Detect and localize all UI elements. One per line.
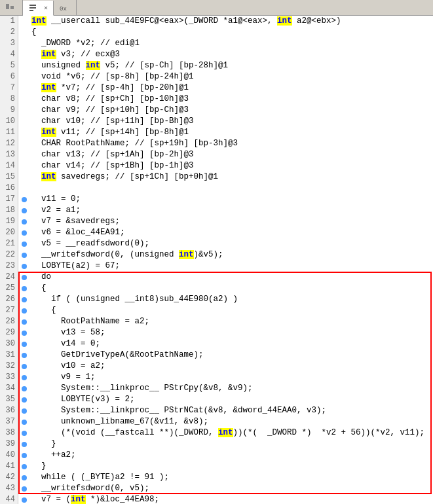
line-number: 40 (3, 450, 15, 461)
code-content[interactable]: int __usercall sub_44E9FC@<eax>(_DWORD *… (18, 16, 433, 504)
line-number: 20 (3, 227, 15, 238)
breakpoint-dot[interactable] (18, 253, 30, 258)
code-line: unknown_libname_67(&v11, &v8); (18, 416, 433, 427)
dot-indicator (22, 486, 27, 492)
line-text: void *v6; // [sp-8h] [bp-24h]@1 (30, 71, 433, 82)
code-line: _DWORD *v2; // edi@1 (18, 38, 433, 49)
breakpoint-dot[interactable] (18, 353, 30, 358)
dot-indicator (22, 397, 27, 403)
breakpoint-dot[interactable] (18, 408, 30, 414)
line-numbers: 1234567891011121314151617181920212223242… (0, 16, 18, 504)
hex-icon: 0x (59, 3, 68, 12)
line-text: v10 = a2; (30, 361, 433, 372)
line-number: 28 (3, 316, 15, 327)
code-line: v7 = (int *)&loc_44EA98; (18, 494, 433, 504)
code-line: LOBYTE(a2) = 67; (18, 261, 433, 272)
line-text: v2 = a1; (30, 205, 433, 216)
breakpoint-dot[interactable] (18, 264, 30, 269)
line-number: 39 (3, 439, 15, 450)
line-text: v6 = &loc_44EA91; (30, 227, 433, 238)
breakpoint-dot[interactable] (18, 442, 30, 447)
dot-indicator (22, 375, 27, 380)
line-number: 24 (3, 272, 15, 283)
tab-pseudocode-a[interactable]: ✕ (23, 1, 54, 16)
line-text: System::__linkproc__ PStrCpy(&v8, &v9); (30, 383, 433, 394)
dot-indicator (22, 475, 27, 480)
breakpoint-dot[interactable] (18, 308, 30, 314)
line-number: 18 (3, 205, 15, 216)
breakpoint-dot[interactable] (18, 331, 30, 336)
line-number: 16 (3, 183, 15, 194)
dot-indicator (22, 408, 27, 414)
code-line: char v13; // [sp+1Ah] [bp-2h]@3 (18, 149, 433, 160)
line-number: 10 (3, 116, 15, 127)
line-number: 27 (3, 305, 15, 316)
svg-rect-2 (29, 5, 36, 6)
breakpoint-dot[interactable] (18, 397, 30, 403)
line-text: CHAR RootPathName; // [sp+19h] [bp-3h]@3 (30, 138, 433, 149)
line-text (30, 183, 433, 194)
breakpoint-dot[interactable] (18, 297, 30, 302)
line-text: char v14; // [sp+1Bh] [bp-1h]@3 (30, 160, 433, 171)
breakpoint-dot[interactable] (18, 208, 30, 213)
breakpoint-dot[interactable] (18, 242, 30, 247)
dot-indicator (22, 342, 27, 347)
breakpoint-dot[interactable] (18, 286, 30, 291)
breakpoint-dot[interactable] (18, 497, 30, 503)
code-line: v2 = a1; (18, 205, 433, 216)
breakpoint-dot[interactable] (18, 486, 30, 492)
dot-indicator (22, 319, 27, 325)
breakpoint-dot[interactable] (18, 197, 30, 202)
dot-indicator (22, 353, 27, 358)
code-line: LOBYTE(v3) = 2; (18, 394, 433, 405)
svg-rect-3 (29, 7, 36, 9)
code-line: } (18, 439, 433, 450)
tab-close-icon[interactable]: ✕ (44, 4, 48, 12)
code-line: unsigned int v5; // [sp-Ch] [bp-28h]@1 (18, 60, 433, 71)
breakpoint-dot[interactable] (18, 431, 30, 436)
line-number: 5 (3, 60, 15, 71)
line-number: 34 (3, 383, 15, 394)
line-number: 14 (3, 160, 15, 171)
line-text: v14 = 0; (30, 338, 433, 350)
line-number: 13 (3, 149, 15, 160)
dot-indicator (22, 464, 27, 469)
breakpoint-dot[interactable] (18, 453, 30, 458)
breakpoint-dot[interactable] (18, 475, 30, 480)
line-number: 7 (3, 82, 15, 94)
code-line: System::__linkproc__ PStrNCat(&v8, &dwor… (18, 405, 433, 416)
breakpoint-dot[interactable] (18, 219, 30, 225)
dot-indicator (22, 497, 27, 503)
line-number: 33 (3, 372, 15, 383)
tab-ida-view-a[interactable] (0, 0, 23, 15)
code-line: int savedregs; // [sp+1Ch] [bp+0h]@1 (18, 171, 433, 183)
line-text: char v10; // [sp+11h] [bp-Bh]@3 (30, 116, 433, 127)
breakpoint-dot[interactable] (18, 342, 30, 347)
dot-indicator (22, 219, 27, 225)
breakpoint-dot[interactable] (18, 230, 30, 236)
svg-rect-1 (10, 6, 14, 9)
line-number: 3 (3, 38, 15, 49)
svg-rect-0 (6, 4, 9, 9)
dot-indicator (22, 386, 27, 391)
line-text: { (30, 283, 433, 294)
line-text: LOBYTE(a2) = 67; (30, 261, 433, 272)
dot-indicator (22, 275, 27, 280)
line-number: 6 (3, 71, 15, 82)
breakpoint-dot[interactable] (18, 464, 30, 469)
dot-indicator (22, 431, 27, 436)
breakpoint-dot[interactable] (18, 420, 30, 425)
text-icon (28, 3, 37, 12)
breakpoint-dot[interactable] (18, 375, 30, 380)
line-number: 4 (3, 49, 15, 60)
breakpoint-dot[interactable] (18, 364, 30, 369)
line-number: 29 (3, 327, 15, 338)
line-text: v13 = 58; (30, 327, 433, 338)
breakpoint-dot[interactable] (18, 386, 30, 391)
line-text: } (30, 439, 433, 450)
breakpoint-dot[interactable] (18, 275, 30, 280)
breakpoint-dot[interactable] (18, 319, 30, 325)
code-line: GetDriveTypeA(&RootPathName); (18, 350, 433, 361)
tab-hex-view-1[interactable]: 0x (54, 0, 77, 15)
line-text: unknown_libname_67(&v11, &v8); (30, 416, 433, 427)
